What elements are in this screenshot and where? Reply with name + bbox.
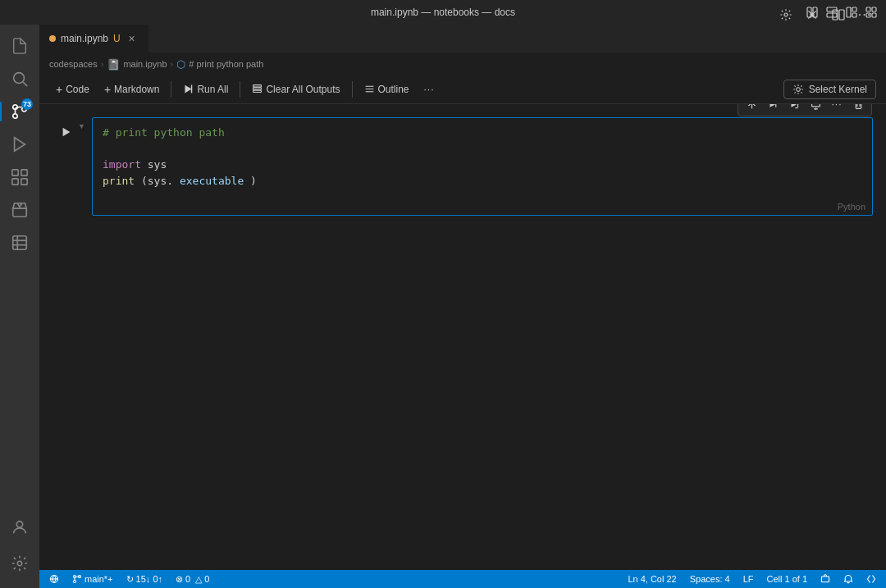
status-remote[interactable] xyxy=(46,570,62,588)
sidebar-item-settings[interactable] xyxy=(5,549,34,578)
toolbar-separator-2 xyxy=(240,81,240,98)
svg-point-11 xyxy=(14,73,25,84)
titlebar-title: main.ipynb — notebooks — docs xyxy=(371,7,515,18)
select-kernel-button[interactable]: Select Kernel xyxy=(783,80,876,99)
svg-rect-21 xyxy=(21,179,27,185)
sync-label: ↻ 15↓ 0↑ xyxy=(126,574,162,585)
sidebar-item-explorer[interactable] xyxy=(5,31,34,61)
hash-breadcrumb-icon: ⬡ xyxy=(176,58,185,71)
clear-outputs-button[interactable]: Clear All Outputs xyxy=(245,79,346,100)
sidebar-item-search[interactable] xyxy=(5,64,34,93)
sidebar-item-test[interactable] xyxy=(5,195,34,225)
more-actions-icon[interactable]: ··· xyxy=(853,25,876,26)
tab-modified-indicator xyxy=(49,35,56,42)
activity-bar: 73 xyxy=(0,25,39,588)
settings-icon[interactable] xyxy=(774,25,797,26)
tab-unsaved-label: U xyxy=(113,33,121,44)
status-bar: main*+ ↻ 15↓ 0↑ ⊗ 0 △ 0 Ln 4, Col 22 Spa… xyxy=(39,570,886,588)
select-kernel-label: Select Kernel xyxy=(809,84,867,95)
status-sync[interactable]: ↻ 15↓ 0↑ xyxy=(123,570,166,588)
add-markdown-button[interactable]: + Markdown xyxy=(98,79,167,100)
tab-main-ipynb[interactable]: main.ipynb U × xyxy=(39,25,149,52)
cell-body[interactable]: ··· xyxy=(92,117,873,216)
tab-close-button[interactable]: × xyxy=(126,32,139,45)
sidebar-item-account[interactable] xyxy=(5,513,34,542)
svg-line-12 xyxy=(23,82,27,86)
svg-rect-50 xyxy=(856,104,861,108)
svg-marker-43 xyxy=(770,104,775,107)
svg-point-55 xyxy=(74,581,76,583)
status-branch[interactable]: main*+ xyxy=(69,570,116,588)
editor-area: ··· main.ipynb U × codespaces › 📓 main.i… xyxy=(39,25,886,588)
svg-point-27 xyxy=(17,561,22,566)
toolbar-separator-1 xyxy=(171,81,171,98)
svg-point-14 xyxy=(13,114,18,119)
notebook-content[interactable]: ▼ xyxy=(39,104,886,570)
toolbar-separator-3 xyxy=(352,81,353,98)
warnings-val: △ 0 xyxy=(195,574,209,585)
cell-run-below-button[interactable] xyxy=(784,104,804,114)
svg-rect-18 xyxy=(12,170,18,175)
status-bracket-icon[interactable] xyxy=(863,570,879,588)
svg-rect-19 xyxy=(21,170,27,175)
breadcrumb: codespaces › 📓 main.ipynb › ⬡ # print py… xyxy=(39,53,886,75)
svg-marker-17 xyxy=(15,138,25,152)
svg-marker-41 xyxy=(63,128,71,137)
add-code-button[interactable]: + Code xyxy=(49,79,96,100)
status-bell-icon[interactable] xyxy=(840,570,856,588)
sidebar-item-run-debug[interactable] xyxy=(5,130,34,159)
svg-marker-32 xyxy=(185,85,192,93)
code-area[interactable]: # print python path import sys print (sy… xyxy=(93,118,872,200)
sidebar-item-source-control[interactable]: 73 xyxy=(5,97,34,126)
cell-more-actions-button[interactable]: ··· xyxy=(827,104,847,114)
status-spaces[interactable]: Spaces: 4 xyxy=(687,570,733,588)
breadcrumb-filename[interactable]: main.ipynb xyxy=(123,59,167,69)
plus-icon: + xyxy=(56,83,62,96)
cell-container: ▼ xyxy=(39,117,886,216)
svg-rect-36 xyxy=(253,90,262,92)
cell-run-above-button[interactable] xyxy=(763,104,783,114)
cell-gutter: ▼ xyxy=(39,117,92,216)
status-errors[interactable]: ⊗ 0 △ 0 xyxy=(172,570,212,588)
svg-rect-47 xyxy=(811,104,820,106)
svg-point-40 xyxy=(796,87,800,91)
svg-rect-22 xyxy=(13,236,27,250)
more-notebook-actions-button[interactable]: ··· xyxy=(418,79,441,100)
branch-name: main*+ xyxy=(84,574,113,584)
cell-expand-button[interactable]: ▼ xyxy=(78,122,85,130)
svg-point-26 xyxy=(16,522,22,527)
outline-button[interactable]: Outline xyxy=(358,79,416,100)
cell-run-button[interactable] xyxy=(57,122,76,142)
notebook-breadcrumb-icon: 📓 xyxy=(107,58,120,71)
notebook-toolbar: + Code + Markdown Run All xyxy=(39,75,886,104)
code-line-2: import sys xyxy=(103,157,862,173)
main-area: 73 xyxy=(0,25,886,588)
sidebar-item-notebook[interactable] xyxy=(5,228,34,258)
status-position[interactable]: Ln 4, Col 22 xyxy=(624,570,679,588)
tab-label: main.ipynb xyxy=(61,33,108,44)
variables-icon[interactable] xyxy=(801,25,824,26)
svg-rect-34 xyxy=(253,85,262,87)
code-line-3: print (sys. executable ) xyxy=(103,173,862,189)
tab-bar: ··· main.ipynb U × xyxy=(39,25,886,53)
breadcrumb-codespaces[interactable]: codespaces xyxy=(49,59,98,69)
svg-rect-58 xyxy=(822,577,829,582)
svg-rect-20 xyxy=(12,179,18,185)
cell-add-below-button[interactable] xyxy=(806,104,825,114)
cell-toolbar: ··· xyxy=(738,104,872,116)
status-remote-icon[interactable] xyxy=(817,570,833,588)
cell-move-up-button[interactable] xyxy=(742,104,761,114)
run-all-button[interactable]: Run All xyxy=(176,79,235,100)
status-bar-right: Ln 4, Col 22 Spaces: 4 LF Cell 1 of 1 xyxy=(624,570,879,588)
activity-bar-bottom xyxy=(5,513,34,588)
plus-icon-md: + xyxy=(104,83,111,96)
status-encoding[interactable]: LF xyxy=(740,570,757,588)
status-cell-info[interactable]: Cell 1 of 1 xyxy=(763,570,811,588)
source-control-badge: 73 xyxy=(21,98,33,110)
svg-rect-35 xyxy=(253,88,262,89)
breadcrumb-cell[interactable]: # print python path xyxy=(189,59,263,69)
sidebar-item-extensions[interactable] xyxy=(5,162,34,192)
cell-language-label: Python xyxy=(838,202,865,212)
cell-delete-button[interactable] xyxy=(848,104,868,114)
split-editor-tab-icon[interactable] xyxy=(827,25,850,26)
